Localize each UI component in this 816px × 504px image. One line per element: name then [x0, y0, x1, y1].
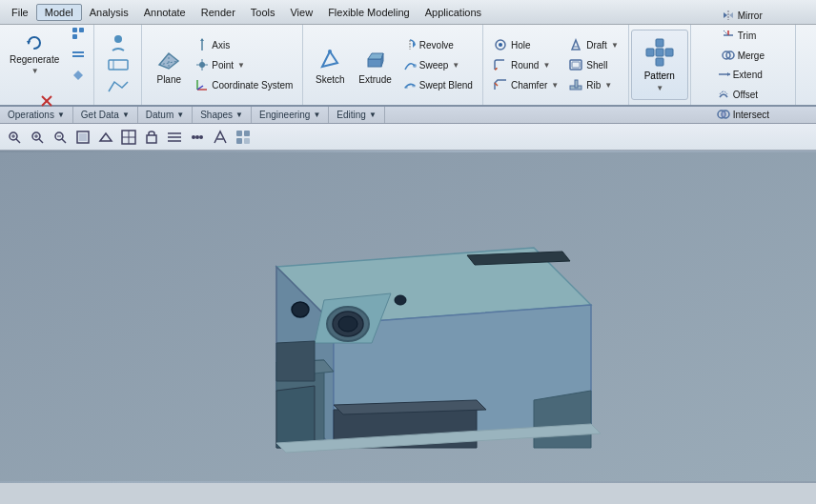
- datum-sub-col: Axis Point ▼ Coordinate System: [192, 35, 296, 94]
- zoom-in-button[interactable]: [27, 127, 48, 148]
- regenerate-button[interactable]: Regenerate ▼: [4, 19, 65, 90]
- regenerate-dropdown[interactable]: ▼: [31, 67, 39, 75]
- viewport[interactable]: [0, 151, 816, 483]
- offset-button[interactable]: Offset: [713, 85, 773, 104]
- engineering-col2: Draft ▼ Shell Rib ▼: [564, 35, 622, 94]
- get-data-btn-2[interactable]: [103, 55, 133, 74]
- ops-btn-1[interactable]: [67, 24, 90, 43]
- section-editing[interactable]: Editing ▼: [329, 107, 385, 123]
- menu-analysis[interactable]: Analysis: [82, 5, 136, 20]
- draft-button[interactable]: Draft ▼: [564, 35, 622, 54]
- menu-model[interactable]: Model: [36, 4, 82, 21]
- editing-col2: Extend Offset Intersect: [713, 65, 773, 124]
- svg-rect-22: [368, 59, 381, 67]
- hole-button[interactable]: Hole: [489, 35, 562, 54]
- more-btn-3[interactable]: [210, 127, 231, 148]
- ops-btn-2[interactable]: [67, 45, 90, 64]
- regenerate-group: Regenerate ▼: [0, 25, 94, 105]
- ribbon: Regenerate ▼: [0, 25, 816, 107]
- point-button[interactable]: Point ▼: [192, 55, 296, 74]
- chamfer-button[interactable]: Chamfer ▼: [489, 75, 562, 94]
- shapes-dropdown-icon[interactable]: ▼: [235, 111, 243, 119]
- svg-rect-36: [646, 49, 654, 56]
- extrude-button[interactable]: Extrude: [353, 30, 397, 100]
- engineering-col: Hole Round ▼ Chamfer ▼: [489, 35, 562, 94]
- ops-btn-3[interactable]: [67, 66, 90, 85]
- svg-line-60: [62, 139, 66, 143]
- section-shapes[interactable]: Shapes ▼: [193, 107, 252, 123]
- section-get-data[interactable]: Get Data ▼: [73, 107, 138, 123]
- svg-rect-37: [656, 49, 663, 56]
- more-btn-2[interactable]: [187, 127, 208, 148]
- svg-marker-86: [534, 391, 591, 448]
- menu-file[interactable]: File: [4, 5, 36, 20]
- svg-rect-63: [79, 133, 87, 141]
- svg-rect-35: [575, 80, 578, 88]
- revolve-button[interactable]: Revolve: [399, 35, 477, 54]
- section-datum[interactable]: Datum ▼: [138, 107, 193, 123]
- engineering-group: Hole Round ▼ Chamfer ▼ Draft ▼ Shell: [483, 25, 629, 105]
- menu-flexible-modeling[interactable]: Flexible Modeling: [320, 5, 418, 20]
- svg-point-21: [328, 50, 332, 53]
- svg-point-94: [292, 302, 309, 317]
- shapes-group: Sketch Extrude Revolve Sweep ▼ Swept Bl: [303, 25, 483, 105]
- svg-rect-77: [236, 138, 242, 144]
- svg-point-95: [395, 295, 406, 305]
- zoom-all-button[interactable]: [4, 127, 25, 148]
- engineering-dropdown-icon[interactable]: ▼: [313, 111, 320, 119]
- datum-dropdown-icon[interactable]: ▼: [176, 111, 184, 119]
- svg-rect-9: [109, 60, 128, 70]
- editing-dropdown-icon[interactable]: ▼: [369, 111, 377, 119]
- zoom-out-button[interactable]: [50, 127, 71, 148]
- get-data-btn-1[interactable]: [103, 33, 133, 52]
- menu-view[interactable]: View: [282, 5, 320, 20]
- orient-button[interactable]: [118, 127, 139, 148]
- svg-rect-3: [72, 34, 77, 39]
- more-btn-4[interactable]: [233, 127, 254, 148]
- menu-tools[interactable]: Tools: [243, 5, 283, 20]
- svg-marker-14: [200, 38, 204, 41]
- refit-button[interactable]: [72, 127, 93, 148]
- round-button[interactable]: Round ▼: [489, 55, 562, 74]
- menu-applications[interactable]: Applications: [418, 5, 489, 20]
- editing-col1: Mirror Trim Merge: [718, 6, 768, 65]
- close-button[interactable]: [36, 91, 57, 111]
- get-data-dropdown-icon[interactable]: ▼: [122, 111, 130, 119]
- axis-button[interactable]: Axis: [192, 35, 296, 54]
- sketch-button[interactable]: Sketch: [309, 30, 351, 100]
- swept-blend-button[interactable]: Swept Blend: [399, 75, 477, 94]
- merge-button[interactable]: Merge: [718, 46, 768, 65]
- rib-button[interactable]: Rib ▼: [564, 75, 622, 94]
- svg-point-72: [195, 135, 199, 139]
- svg-line-56: [39, 139, 43, 143]
- get-data-btn-3[interactable]: [103, 77, 133, 96]
- section-labels-bar: Operations ▼ Get Data ▼ Datum ▼ Shapes ▼…: [0, 107, 816, 124]
- svg-rect-33: [572, 62, 580, 68]
- menu-bar: File Model Analysis Annotate Render Tool…: [0, 0, 816, 25]
- datum-group: Plane Axis Point ▼ Coordinate System: [142, 25, 303, 105]
- shell-button[interactable]: Shell: [564, 55, 622, 74]
- extend-button[interactable]: Extend: [713, 65, 773, 84]
- perspective-button[interactable]: [95, 127, 116, 148]
- menu-render[interactable]: Render: [194, 5, 243, 20]
- coord-system-button[interactable]: Coordinate System: [192, 75, 296, 94]
- section-engineering[interactable]: Engineering ▼: [252, 107, 329, 123]
- sub-toolbar: [0, 124, 816, 151]
- menu-annotate[interactable]: Annotate: [136, 5, 194, 20]
- svg-rect-38: [665, 49, 673, 56]
- get-data-group: [94, 25, 142, 105]
- operations-dropdown-icon[interactable]: ▼: [57, 111, 65, 119]
- plane-button[interactable]: Plane: [148, 30, 190, 100]
- pattern-button[interactable]: Pattern ▼: [631, 30, 688, 100]
- trim-button[interactable]: Trim: [718, 26, 768, 45]
- pattern-group: Pattern ▼: [629, 25, 691, 105]
- svg-marker-85: [276, 386, 315, 448]
- settings-button[interactable]: [141, 127, 162, 148]
- svg-rect-76: [244, 131, 250, 136]
- more-btn-1[interactable]: [164, 127, 185, 148]
- sweep-button[interactable]: Sweep ▼: [399, 55, 477, 74]
- mirror-button[interactable]: Mirror: [718, 6, 768, 25]
- svg-point-71: [192, 135, 195, 139]
- intersect-button[interactable]: Intersect: [713, 105, 773, 124]
- svg-rect-40: [656, 58, 663, 66]
